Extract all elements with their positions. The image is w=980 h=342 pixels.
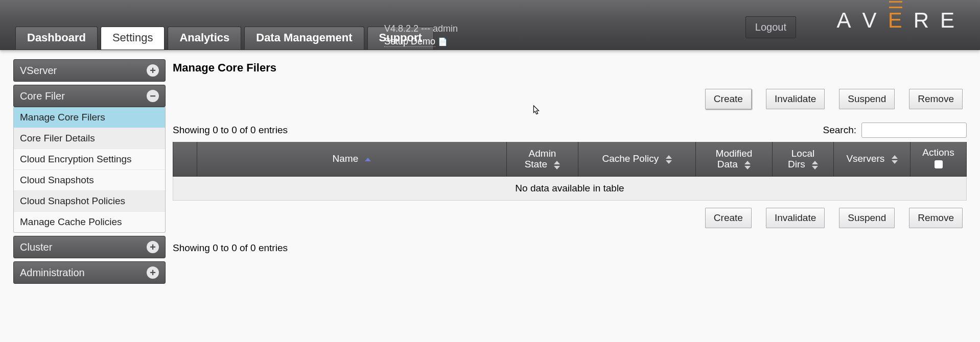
invalidate-button[interactable]: Invalidate [766,208,825,228]
showing-entries-bottom: Showing 0 to 0 of 0 entries [173,242,967,254]
col-modified-data[interactable]: Modified Data [696,142,773,177]
main-content: Manage Core Filers Create Invalidate Sus… [173,59,967,284]
avere-logo: A V E R E [837,8,966,33]
search-input[interactable] [861,123,967,138]
col-label: Name [333,153,359,164]
sort-icon [744,161,751,169]
sidebar-section-administration[interactable]: Administration + [13,261,166,284]
logo-letter-e: E [888,8,914,33]
suspend-button[interactable]: Suspend [839,89,895,109]
col-label: Modified [716,148,753,159]
remove-button[interactable]: Remove [909,208,963,228]
sidebar-item-manage-core-filers[interactable]: Manage Core Filers [14,107,165,128]
core-filers-table: Name Admin State Cache Policy Modified [173,142,967,201]
section-title: Cluster [20,241,52,253]
suspend-button[interactable]: Suspend [839,208,895,228]
invalidate-button[interactable]: Invalidate [766,89,825,109]
tab-data-management[interactable]: Data Management [244,27,364,50]
sidebar-item-cloud-snapshots[interactable]: Cloud Snapshots [14,169,165,190]
page-title: Manage Core Filers [173,61,967,75]
select-all-checkbox[interactable] [935,160,943,168]
sidebar-item-core-filer-details[interactable]: Core Filer Details [14,128,165,149]
showing-entries-top: Showing 0 to 0 of 0 entries [173,125,288,136]
logout-button[interactable]: Logout [745,16,796,38]
logo-letter: V [862,8,888,33]
sort-icon [812,161,818,169]
expand-icon: + [147,241,159,253]
sort-icon [554,161,560,169]
col-label: Local [791,148,814,159]
tab-settings[interactable]: Settings [101,27,165,50]
col-label: Admin [529,148,556,159]
col-blank [173,142,197,177]
logo-letter: R [914,8,940,33]
col-name[interactable]: Name [197,142,507,177]
sidebar-section-cluster[interactable]: Cluster + [13,236,166,258]
col-label: Cache Policy [602,153,659,164]
create-button[interactable]: Create [705,208,752,228]
col-label: State [525,159,547,169]
expand-icon: + [147,266,159,279]
sort-icon [365,158,371,161]
col-actions[interactable]: Actions [911,142,967,177]
sidebar-item-manage-cache-policies[interactable]: Manage Cache Policies [14,211,165,232]
col-admin-state[interactable]: Admin State [507,142,578,177]
section-title: Core Filer [20,90,65,102]
version-text: V4.8.2.2 --- admin [384,22,458,35]
col-label: Vservers [846,153,884,164]
main-tabs: Dashboard Settings Analytics Data Manage… [15,27,437,50]
remove-button[interactable]: Remove [909,89,963,109]
sidebar-item-cloud-encryption-settings[interactable]: Cloud Encryption Settings [14,149,165,169]
sort-icon [666,155,672,164]
create-button[interactable]: Create [705,89,752,109]
top-band: Dashboard Settings Analytics Data Manage… [0,0,980,50]
pointer-cursor-icon [530,104,542,117]
col-cache-policy[interactable]: Cache Policy [578,142,696,177]
col-local-dirs[interactable]: Local Dirs [773,142,834,177]
action-buttons-top: Create Invalidate Suspend Remove [173,89,967,109]
sidebar-section-core-filer[interactable]: Core Filer − [13,85,166,107]
section-title: VServer [20,65,57,77]
empty-table-message: No data available in table [173,177,967,201]
settings-sidebar: VServer + Core Filer − Manage Core Filer… [13,59,166,284]
core-filer-menu: Manage Core Filers Core Filer Details Cl… [13,107,166,233]
search-label: Search: [823,125,856,136]
col-vservers[interactable]: Vservers [834,142,911,177]
header-meta: V4.8.2.2 --- admin Setup Demo 📄 [384,22,458,47]
expand-icon: + [147,64,159,77]
col-label: Data [717,159,738,169]
col-label: Actions [922,147,954,158]
setup-link[interactable]: Setup Demo [384,36,435,47]
tab-dashboard[interactable]: Dashboard [15,27,98,50]
logo-letter: A [837,8,862,33]
action-buttons-bottom: Create Invalidate Suspend Remove [173,208,967,228]
section-title: Administration [20,267,85,279]
col-label: Dirs [788,159,805,169]
sort-icon [892,155,898,164]
sidebar-section-vserver[interactable]: VServer + [13,59,166,82]
sidebar-item-cloud-snapshot-policies[interactable]: Cloud Snapshot Policies [14,190,165,211]
collapse-icon: − [147,90,159,102]
document-icon: 📄 [438,37,448,46]
tab-analytics[interactable]: Analytics [168,27,241,50]
logo-letter: E [940,8,966,33]
